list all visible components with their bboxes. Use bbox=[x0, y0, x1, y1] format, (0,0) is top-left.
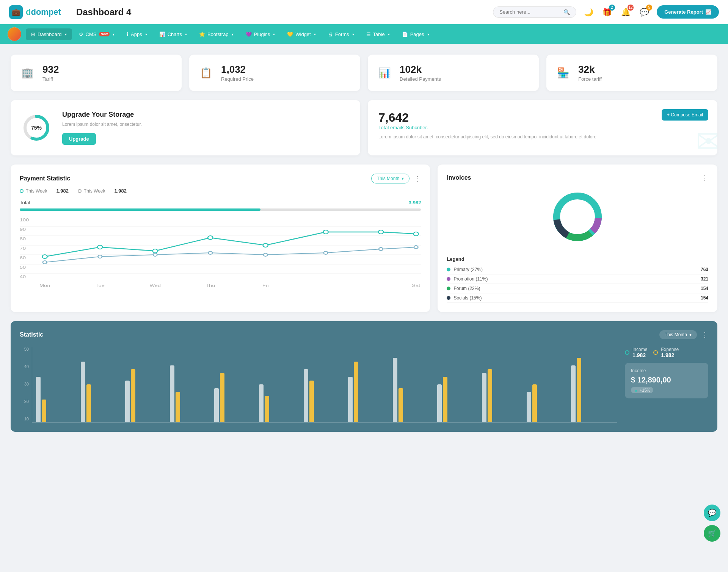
svg-point-26 bbox=[153, 253, 157, 256]
statistic-title: Statistic bbox=[20, 331, 43, 338]
bootstrap-nav-icon: ⭐ bbox=[199, 31, 205, 37]
table-nav-icon: ☰ bbox=[366, 31, 371, 37]
compose-email-button[interactable]: + Compose Email bbox=[662, 109, 708, 121]
legend-socials: Socials (15%) 154 bbox=[447, 293, 708, 303]
svg-text:60: 60 bbox=[20, 255, 26, 260]
svg-point-27 bbox=[208, 251, 212, 254]
bar-group-11 bbox=[482, 369, 524, 422]
statistic-more-button[interactable]: ⋮ bbox=[701, 331, 708, 339]
svg-text:80: 80 bbox=[20, 237, 26, 241]
nav-item-charts[interactable]: 📊 Charts ▾ bbox=[154, 28, 192, 40]
storage-card: 75% Upgrade Your Storage Lorem ipsum dol… bbox=[11, 100, 360, 155]
arrow-up-icon: ▲ bbox=[634, 388, 638, 392]
detalled-payments-icon: 📊 bbox=[375, 64, 394, 82]
nav-item-bootstrap[interactable]: ⭐ Bootstrap ▾ bbox=[194, 28, 239, 40]
chat-button[interactable]: 💬 5 bbox=[638, 6, 651, 18]
nav-item-apps[interactable]: ℹ Apps ▾ bbox=[121, 28, 152, 40]
legend-dot-2 bbox=[78, 189, 82, 193]
invoices-card: Invoices ⋮ bbox=[438, 165, 717, 312]
bar-group-9 bbox=[393, 358, 435, 422]
nav-item-pages[interactable]: 📄 Pages ▾ bbox=[397, 28, 435, 40]
apps-nav-icon: ℹ bbox=[127, 31, 129, 37]
statistic-month-select[interactable]: This Month ▾ bbox=[659, 330, 697, 339]
statistic-header: Statistic This Month ▾ ⋮ bbox=[20, 330, 708, 339]
payment-card: Payment Statistic This Month ▾ ⋮ This We… bbox=[11, 165, 430, 312]
primary-dot bbox=[447, 268, 450, 271]
svg-point-30 bbox=[379, 248, 383, 251]
bar-group-7 bbox=[304, 369, 346, 422]
nav-arrow-pages: ▾ bbox=[427, 32, 429, 36]
nav-arrow-dashboard: ▾ bbox=[65, 32, 67, 36]
invoices-donut bbox=[447, 186, 708, 247]
payment-controls: This Month ▾ ⋮ bbox=[371, 174, 421, 183]
middle-row: 75% Upgrade Your Storage Lorem ipsum dol… bbox=[11, 100, 717, 155]
nav-arrow-forms: ▾ bbox=[352, 32, 354, 36]
detalled-payments-info: 102k Detalled Payments bbox=[400, 64, 441, 82]
statistic-section: Statistic This Month ▾ ⋮ 50 40 30 20 bbox=[11, 321, 717, 432]
payment-month-select[interactable]: This Month ▾ bbox=[371, 174, 410, 183]
payment-progress-bar bbox=[20, 208, 421, 211]
svg-text:Fri: Fri bbox=[262, 283, 269, 288]
nav-arrow-charts: ▾ bbox=[185, 32, 187, 36]
svg-point-29 bbox=[324, 251, 328, 254]
email-card: + Compose Email 7,642 Total emails Subcr… bbox=[368, 100, 717, 155]
svg-point-19 bbox=[208, 236, 213, 240]
nav-avatar bbox=[8, 27, 21, 41]
bar-group-13 bbox=[571, 358, 613, 422]
bell-button[interactable]: 🔔 12 bbox=[620, 6, 632, 18]
svg-point-18 bbox=[153, 249, 158, 253]
header-right: 🔍 🌙 🎁 2 🔔 12 💬 5 Generate Report 📈 bbox=[493, 5, 719, 19]
cms-nav-icon: ⚙ bbox=[79, 31, 83, 37]
svg-text:40: 40 bbox=[20, 274, 26, 279]
income-badge: ▲ +15% bbox=[631, 387, 653, 393]
upgrade-button[interactable]: Upgrade bbox=[62, 133, 96, 145]
search-box[interactable]: 🔍 bbox=[493, 6, 576, 18]
nav-item-forms[interactable]: 🖨 Forms ▾ bbox=[323, 28, 359, 40]
payment-more-button[interactable]: ⋮ bbox=[414, 174, 421, 183]
nav-label-cms: CMS bbox=[86, 31, 97, 37]
generate-report-button[interactable]: Generate Report 📈 bbox=[657, 5, 719, 19]
dashboard-nav-icon: ⊞ bbox=[31, 31, 35, 37]
bar-group-6 bbox=[259, 384, 301, 422]
stat-card-detalled-payments: 📊 102k Detalled Payments bbox=[368, 55, 539, 91]
stat-card-required-price: 📋 1,032 Required Price bbox=[189, 55, 360, 91]
email-desc: Lorem ipsum dolor sit amet, consectetur … bbox=[378, 133, 707, 140]
force-tariff-icon: 🏪 bbox=[554, 64, 572, 82]
svg-point-31 bbox=[414, 246, 418, 249]
nav-item-dashboard[interactable]: ⊞ Dashboard ▾ bbox=[26, 28, 72, 40]
nav-label-pages: Pages bbox=[410, 31, 424, 37]
svg-point-24 bbox=[43, 261, 47, 264]
nav-item-cms[interactable]: ⚙ CMS New ▾ bbox=[74, 28, 120, 40]
svg-point-16 bbox=[42, 255, 47, 259]
logo: 💼 ddompet bbox=[9, 5, 61, 19]
search-input[interactable] bbox=[499, 9, 560, 15]
nav-bar: ⊞ Dashboard ▾ ⚙ CMS New ▾ ℹ Apps ▾ 📊 Cha… bbox=[0, 24, 728, 44]
legend-item-1-val: 1.982 bbox=[56, 188, 69, 194]
email-count: 7,642 bbox=[378, 111, 707, 125]
income-box: Income $ 12,890,00 ▲ +15% bbox=[625, 363, 708, 398]
tariff-info: 932 Tariff bbox=[42, 64, 59, 82]
gift-button[interactable]: 🎁 2 bbox=[601, 6, 613, 18]
charts-nav-icon: 📊 bbox=[159, 31, 165, 37]
svg-point-43 bbox=[562, 201, 593, 233]
nav-label-plugins: Plugins bbox=[254, 31, 270, 37]
nav-item-plugins[interactable]: 💜 Plugins ▾ bbox=[240, 28, 281, 40]
nav-arrow-plugins: ▾ bbox=[273, 32, 275, 36]
nav-label-charts: Charts bbox=[168, 31, 182, 37]
moon-button[interactable]: 🌙 bbox=[582, 6, 595, 18]
nav-item-widget[interactable]: 💛 Widget ▾ bbox=[282, 28, 321, 40]
nav-item-table[interactable]: ☰ Table ▾ bbox=[361, 28, 395, 40]
pages-nav-icon: 📄 bbox=[402, 31, 408, 37]
chevron-down-icon: ▾ bbox=[402, 176, 404, 181]
storage-info: Upgrade Your Storage Lorem ipsum dolor s… bbox=[62, 111, 142, 145]
legend-item-2: This Week bbox=[78, 188, 105, 194]
expense-dot bbox=[653, 350, 658, 355]
statistic-bar-chart: 50 40 30 20 10 bbox=[20, 347, 617, 423]
invoices-more-button[interactable]: ⋮ bbox=[701, 174, 708, 182]
tariff-icon: 🏢 bbox=[18, 64, 36, 82]
invoices-title: Invoices bbox=[447, 174, 471, 181]
legend-item-2-val: 1.982 bbox=[114, 188, 127, 194]
bar-group-3 bbox=[125, 369, 168, 422]
email-subtitle: Total emails Subcriber. bbox=[378, 125, 707, 130]
forms-nav-icon: 🖨 bbox=[328, 31, 333, 37]
